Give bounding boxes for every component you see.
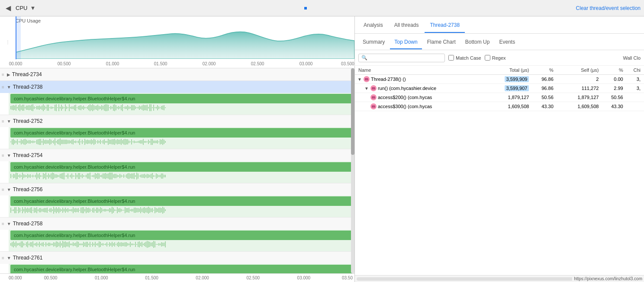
row-self-us: 2 [557,75,602,84]
name-cell: maccess$200() (com.hycas [370,94,484,100]
thread-bar-details: for(let i=0;i<120;i++) document.write('<… [10,206,353,214]
bottom-tick-4: 02.000 [196,276,209,280]
analysis-tabs: Analysis All threads Thread-2738 [355,16,644,34]
drag-icon: ≡ [2,85,4,90]
sub-tab-flame-chart[interactable]: Flame Chart [423,35,460,49]
thread-row: ≡ ▶ Thread-2734 [0,68,354,81]
row-name: Thread-2738() () [371,77,406,82]
thread-row: ≡ ▼ Thread-2738 com.hycashier.devicelibr… [0,81,354,115]
back-button[interactable]: ◀ [3,3,13,13]
time-tick-4: 02.000 [203,61,216,66]
table-row[interactable]: maccess$300() (com.hycas1,609,50843.301,… [355,102,644,111]
thread-bar-details: for(let i=0;i<120;i++) document.write('<… [10,138,353,146]
thread-2754-header[interactable]: ≡ ▼ Thread-2754 [0,149,354,161]
clear-selection-button[interactable]: Clear thread/event selection [576,5,641,11]
tab-analysis[interactable]: Analysis [358,17,388,33]
thread-bar-text: com.hycashier.devicelibrary.helper.Bluet… [14,199,135,204]
thread-2758-header[interactable]: ≡ ▼ Thread-2758 [0,218,354,230]
gutter-icon: ⋮ [6,40,10,45]
tab-thread-2738[interactable]: Thread-2738 [425,17,465,33]
thread-row: ≡ ▼ Thread-2758 com.hycashier.devicelibr… [0,218,354,252]
table-row[interactable]: ▼mThread-2738() ()3,599,90996.8620.003, [355,75,644,84]
thread-row: ≡ ▼ Thread-2761 com.hycashier.devicelibr… [0,252,354,273]
thread-2734-name: Thread-2734 [12,71,42,77]
row-self-pct: 0.00 [602,75,626,84]
match-case-checkbox[interactable] [448,55,454,61]
thread-2756-header[interactable]: ≡ ▼ Thread-2756 [0,183,354,195]
thread-2754-track[interactable]: com.hycashier.devicelibrary.helper.Bluet… [9,161,354,183]
thread-2761-track[interactable]: com.hycashier.devicelibrary.helper.Bluet… [9,264,354,273]
col-header-total-pct[interactable]: % [532,66,557,75]
thread-chevron-icon: ▼ [7,119,11,124]
drag-icon: ≡ [2,221,4,226]
expand-button[interactable]: ▼ [364,86,370,91]
thread-2738-name: Thread-2738 [13,84,43,90]
name-cell: ▼mThread-2738() () [357,76,484,82]
col-header-total-us[interactable]: Total (μs) [487,66,533,75]
sub-tab-summary[interactable]: Summary [358,35,389,49]
bottom-tick-5: 02.500 [246,276,260,280]
time-tick-2: 01.000 [106,61,119,66]
drag-icon: ≡ [2,153,4,158]
col-header-self-us[interactable]: Self (μs) [557,66,602,75]
name-cell: ▼mrun() (com.hycashier.device [364,85,484,91]
vertical-scrollbar[interactable] [351,68,354,273]
col-header-name[interactable]: Name [355,66,487,75]
time-axis: 00.000 00.500 01.000 01.500 02.000 02.50… [16,59,354,68]
thread-2761-header[interactable]: ≡ ▼ Thread-2761 [0,252,354,264]
cpu-dropdown[interactable]: ▼ [30,5,35,11]
method-icon: m [370,103,377,109]
thread-2758-track[interactable]: com.hycashier.devicelibrary.helper.Bluet… [9,230,354,251]
row-self-pct: 2.99 [602,84,626,93]
left-gutter: ⋮ [0,16,16,68]
thread-2738-track[interactable]: com.hycashier.devicelibrary.helper.Bluet… [9,93,354,115]
thread-chevron-icon: ▼ [7,187,11,192]
thread-bar-details: for(let i=0;i<120;i++) document.write('<… [10,172,353,180]
regex-checkbox[interactable] [485,55,490,61]
sub-tab-bottom-up[interactable]: Bottom Up [461,35,494,49]
thread-bar-text: com.hycashier.devicelibrary.helper.Bluet… [14,130,135,135]
thread-2752-header[interactable]: ≡ ▼ Thread-2752 [0,115,354,127]
col-header-self-pct[interactable]: % [602,66,626,75]
search-input[interactable] [369,55,442,61]
thread-2756-track[interactable]: com.hycashier.devicelibrary.helper.Bluet… [9,195,354,217]
thread-2756-name: Thread-2756 [13,186,43,192]
scrollbar-thumb[interactable] [351,68,354,155]
thread-2734-header[interactable]: ≡ ▶ Thread-2734 [0,68,354,80]
drag-icon: ≡ [2,256,4,260]
thread-chevron-icon: ▼ [7,153,11,158]
row-children: 3, [627,75,644,84]
table-row[interactable]: ▼mrun() (com.hycashier.device3,599,90796… [355,84,644,93]
thread-mini-bars: for(let i=0;i<120;i++) document.write('<… [10,104,166,111]
thread-bar: com.hycashier.devicelibrary.helper.Bluet… [10,265,353,273]
col-header-children[interactable]: Chi [627,66,644,75]
row-self-us: 1,879,127 [557,93,602,102]
thread-bar-text: com.hycashier.devicelibrary.helper.Bluet… [14,267,135,272]
row-name: run() (com.hycashier.device [378,86,436,91]
row-children [627,93,644,102]
table-row[interactable]: maccess$200() (com.hycas1,879,12750.561,… [355,93,644,102]
toolbar-title: CPU [16,5,27,11]
thread-2761-name: Thread-2761 [13,255,43,261]
bottom-tick-2: 01.000 [95,276,108,280]
sub-tab-events[interactable]: Events [495,35,519,49]
time-tick-0: 00.000 [9,61,23,66]
thread-bar: com.hycashier.devicelibrary.helper.Bluet… [10,196,353,206]
thread-2758-name: Thread-2758 [13,221,43,227]
thread-bar-details: for(let i=0;i<120;i++) document.write('<… [10,240,353,248]
row-self-pct: 43.30 [602,102,626,111]
expand-button[interactable]: ▼ [357,77,363,82]
sub-tab-top-down[interactable]: Top Down [390,35,422,49]
cpu-chart[interactable]: ⋮ CPU Usage 00.000 00.500 01.000 01.500 … [0,16,354,68]
thread-2752-track[interactable]: com.hycashier.devicelibrary.helper.Bluet… [9,127,354,149]
thread-2738-header[interactable]: ≡ ▼ Thread-2738 [0,81,354,93]
tab-all-threads[interactable]: All threads [389,17,424,33]
table-header-row: Name Total (μs) % Self (μs) % Chi [355,66,644,75]
row-total-us: 1,879,127 [487,93,533,102]
time-selection-overlay [16,16,21,59]
method-icon: m [364,76,370,82]
row-total-us: 3,599,909 [487,75,533,84]
bottom-axis: 00.000 00.500 01.000 01.500 02.000 02.50… [0,273,354,282]
drag-icon: ≡ [2,119,4,124]
row-self-us: 1,609,508 [557,102,602,111]
